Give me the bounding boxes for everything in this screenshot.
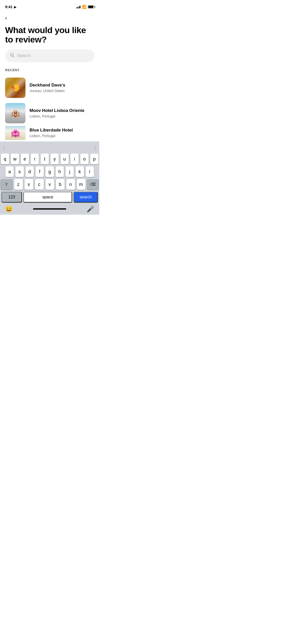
key-d[interactable]: d [25,166,34,177]
key-n[interactable]: n [66,179,75,190]
back-button-area[interactable]: ‹ [0,12,99,23]
location-icon: ▶ [14,5,17,9]
emoji-row: 😀 🎤 [0,204,99,215]
item-info: Moov Hotel Lisboa Oriente Lisbon, Portug… [30,108,94,118]
search-bar[interactable]: Search [5,50,94,62]
keyboard[interactable]: q w e r t y u i o p a s d f g h j k l ⇧ … [0,141,99,215]
key-x[interactable]: x [24,179,33,190]
item-location: Juneau, United States [30,89,94,93]
bottom-row: 123 space search [1,192,99,202]
deckhand-image [5,78,25,98]
key-w[interactable]: w [11,154,19,164]
key-row-2: a s d f g h j k l [1,166,99,177]
status-bar: 9:41 ▶ 📶 [0,0,99,12]
key-i[interactable]: i [70,154,79,164]
search-icon [10,53,15,59]
key-a[interactable]: a [5,166,14,177]
item-image-deckhand [5,78,25,98]
item-location: Lisbon, Portugal [30,114,94,118]
key-y[interactable]: y [50,154,59,164]
list-item[interactable]: Deckhand Dave's Juneau, United States [0,75,99,100]
key-m[interactable]: m [77,179,86,190]
key-j[interactable]: j [65,166,74,177]
numbers-key[interactable]: 123 [2,192,22,202]
key-row-1: q w e r t y u i o p [1,154,99,164]
key-g[interactable]: g [45,166,54,177]
keyboard-rows: q w e r t y u i o p a s d f g h j k l ⇧ … [0,153,99,204]
key-k[interactable]: k [75,166,84,177]
blue-image [5,126,25,140]
item-name: Blue Liberdade Hotel [30,128,94,133]
keyboard-toolbar [0,141,99,153]
list-item[interactable]: Moov Hotel Lisboa Oriente Lisbon, Portug… [0,100,99,126]
signal-icon [76,5,81,8]
search-input[interactable]: Search [17,53,89,58]
key-e[interactable]: e [21,154,29,164]
key-p[interactable]: p [90,154,99,164]
key-row-3: ⇧ z x c v b n m ⌫ [1,179,99,190]
back-arrow-icon[interactable]: ‹ [5,15,7,21]
item-image-blue [5,126,25,140]
key-u[interactable]: u [60,154,69,164]
item-info: Deckhand Dave's Juneau, United States [30,83,94,93]
key-z[interactable]: z [14,179,23,190]
key-h[interactable]: h [56,166,64,177]
key-f[interactable]: f [35,166,44,177]
item-name: Deckhand Dave's [30,83,94,88]
svg-line-1 [13,56,14,57]
page-title-section: What would you liketo review? [0,23,99,50]
key-v[interactable]: v [45,179,54,190]
status-icons: 📶 [76,5,94,9]
search-key[interactable]: search [74,192,98,202]
key-t[interactable]: t [40,154,49,164]
page-title: What would you liketo review? [5,25,94,45]
item-name: Moov Hotel Lisboa Oriente [30,108,94,113]
moov-image [5,103,25,123]
key-r[interactable]: r [31,154,39,164]
time-display: 9:41 [5,5,12,9]
key-b[interactable]: b [56,179,65,190]
status-time-area: 9:41 ▶ [5,5,17,9]
key-o[interactable]: o [80,154,89,164]
key-c[interactable]: c [35,179,44,190]
home-indicator [33,208,66,210]
microphone-icon[interactable]: 🎤 [87,206,94,213]
recent-label: RECENT [0,66,99,75]
item-location: Lisbon, Portugal [30,134,94,138]
key-l[interactable]: l [86,166,94,177]
delete-key[interactable]: ⌫ [87,179,99,190]
key-q[interactable]: q [1,154,9,164]
toolbar-divider-left [4,145,4,150]
space-key[interactable]: space [23,192,72,202]
key-s[interactable]: s [15,166,24,177]
emoji-button[interactable]: 😀 [5,206,13,213]
toolbar-divider-right [95,145,95,150]
wifi-icon: 📶 [82,5,86,9]
item-info: Blue Liberdade Hotel Lisbon, Portugal [30,128,94,138]
shift-key[interactable]: ⇧ [1,179,12,190]
battery-icon [88,5,94,8]
list-item-partial[interactable]: Blue Liberdade Hotel Lisbon, Portugal [0,126,99,140]
item-image-moov [5,103,25,123]
search-container[interactable]: Search [0,50,99,66]
